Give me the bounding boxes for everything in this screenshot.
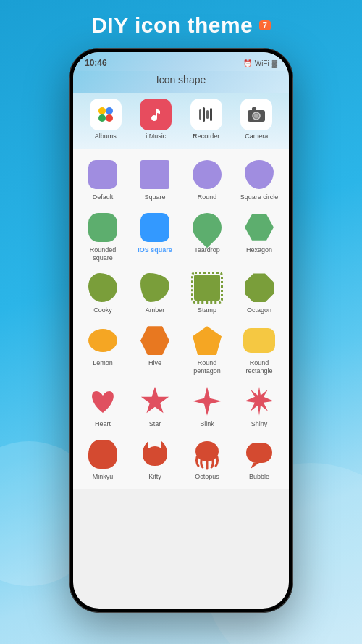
svg-rect-11 — [252, 107, 256, 111]
shape-label-rounded-square: Rounded square — [79, 246, 127, 262]
shape-item-round[interactable]: Round — [182, 154, 232, 204]
svg-rect-4 — [199, 109, 201, 120]
svg-point-1 — [106, 107, 113, 114]
shape-item-teardrop[interactable]: Teardrop — [182, 207, 232, 265]
svg-point-10 — [254, 114, 258, 118]
screen-title: Icon shape — [156, 74, 206, 85]
shape-item-octagon[interactable]: Octagon — [234, 267, 285, 317]
shapes-section: Default Square Round Square circle — [73, 149, 289, 489]
shape-label-stamp: Stamp — [198, 306, 216, 314]
shape-item-default[interactable]: Default — [77, 154, 128, 204]
page-title: DIY icon theme — [91, 13, 253, 37]
shape-item-square[interactable]: Square — [130, 154, 180, 204]
shape-visual-cooky — [87, 272, 119, 304]
albums-icon — [90, 99, 122, 130]
shape-visual-square — [139, 159, 171, 191]
shape-item-ios-square[interactable]: IOS square — [130, 207, 180, 265]
shape-item-minkyu[interactable]: Minkyu — [77, 434, 128, 484]
shape-label-hive: Hive — [148, 359, 161, 367]
camera-label: Camera — [245, 133, 268, 140]
camera-icon — [240, 99, 272, 130]
shape-item-blink[interactable]: Blink — [182, 381, 232, 431]
phone-screen: 10:46 ⏰ WiFi ▓ Icon shape — [73, 52, 289, 609]
shape-label-round-rectangle: Round rectangle — [235, 359, 283, 375]
shape-visual-square-circle — [243, 159, 275, 191]
status-bar: 10:46 ⏰ WiFi ▓ — [73, 52, 289, 71]
shape-item-amber[interactable]: Amber — [130, 267, 180, 317]
shape-label-star: Star — [149, 420, 161, 428]
svg-rect-7 — [210, 108, 212, 121]
shape-visual-round-pentagon — [191, 325, 223, 356]
shape-visual-blink — [191, 385, 223, 417]
app-icons-row: Albums i Music — [73, 93, 289, 149]
app-icon-imusic[interactable]: i Music — [140, 99, 172, 140]
shape-item-shiny[interactable]: Shiny — [234, 381, 285, 431]
shape-item-square-circle[interactable]: Square circle — [234, 154, 285, 204]
phone-mockup: 10:46 ⏰ WiFi ▓ Icon shape — [0, 48, 362, 613]
shape-label-hexagon: Hexagon — [246, 246, 272, 254]
shape-item-cooky[interactable]: Cooky — [77, 267, 128, 317]
svg-rect-5 — [203, 107, 205, 122]
svg-point-12 — [195, 441, 219, 461]
app-icon-recorder[interactable]: Recorder — [190, 99, 222, 140]
shape-visual-rounded-square — [87, 212, 119, 243]
shapes-grid: Default Square Round Square circle — [77, 154, 285, 483]
recorder-icon — [190, 99, 222, 130]
shape-label-ios-square: IOS square — [138, 246, 172, 254]
phone-frame: 10:46 ⏰ WiFi ▓ Icon shape — [69, 48, 293, 613]
shape-visual-round-rectangle — [243, 325, 275, 356]
shape-visual-bubble — [243, 438, 275, 470]
shape-visual-hive — [139, 325, 171, 356]
shape-visual-default — [87, 159, 119, 191]
shape-label-shiny: Shiny — [251, 420, 268, 428]
shape-label-round-pentagon: Round pentagon — [183, 359, 231, 375]
shape-label-amber: Amber — [146, 306, 165, 314]
recorder-label: Recorder — [193, 133, 219, 140]
shape-label-square-circle: Square circle — [240, 193, 279, 201]
shape-visual-octopus — [191, 438, 223, 470]
shape-label-kitty: Kitty — [148, 473, 161, 481]
shape-item-hive[interactable]: Hive — [130, 320, 180, 378]
shape-visual-amber — [139, 272, 171, 304]
shape-visual-shiny — [243, 385, 275, 417]
svg-rect-13 — [246, 443, 272, 463]
shape-label-octagon: Octagon — [247, 306, 272, 314]
shape-visual-stamp — [191, 272, 223, 304]
shape-item-heart[interactable]: Heart — [77, 381, 128, 431]
shape-visual-hexagon — [243, 212, 275, 243]
shape-item-round-rectangle[interactable]: Round rectangle — [234, 320, 285, 378]
shape-visual-star — [139, 385, 171, 417]
svg-point-3 — [106, 114, 113, 122]
shape-item-rounded-square[interactable]: Rounded square — [77, 207, 128, 265]
svg-rect-6 — [206, 110, 209, 119]
shape-visual-kitty — [139, 438, 171, 470]
imusic-icon — [140, 99, 172, 130]
battery-icon: ▓ — [272, 59, 277, 67]
shape-visual-round — [191, 159, 223, 191]
shape-label-heart: Heart — [95, 420, 111, 428]
svg-point-2 — [98, 114, 106, 122]
shape-item-kitty[interactable]: Kitty — [130, 434, 180, 484]
status-time: 10:46 — [85, 58, 107, 68]
shape-visual-octagon — [243, 272, 275, 304]
shape-label-blink: Blink — [200, 420, 214, 428]
app-icon-camera[interactable]: Camera — [240, 99, 272, 140]
svg-point-0 — [98, 107, 106, 114]
shape-item-hexagon[interactable]: Hexagon — [234, 207, 285, 265]
shape-item-bubble[interactable]: Bubble — [234, 434, 285, 484]
shape-visual-ios-square — [139, 212, 171, 243]
wifi-icon: WiFi — [255, 59, 269, 67]
app-icon-albums[interactable]: Albums — [90, 99, 122, 140]
status-icons: ⏰ WiFi ▓ — [243, 59, 277, 67]
shape-item-lemon[interactable]: Lemon — [77, 320, 128, 378]
shape-item-octopus[interactable]: Octopus — [182, 434, 232, 484]
shape-label-square: Square — [144, 193, 165, 201]
shape-label-round: Round — [198, 193, 217, 201]
shape-item-stamp[interactable]: Stamp — [182, 267, 232, 317]
shape-item-round-pentagon[interactable]: Round pentagon — [182, 320, 232, 378]
shape-visual-lemon — [87, 325, 119, 356]
page-header: DIY icon theme 7 — [0, 0, 362, 48]
shape-item-star[interactable]: Star — [130, 381, 180, 431]
albums-label: Albums — [95, 133, 117, 140]
app-header: Icon shape — [73, 71, 289, 93]
